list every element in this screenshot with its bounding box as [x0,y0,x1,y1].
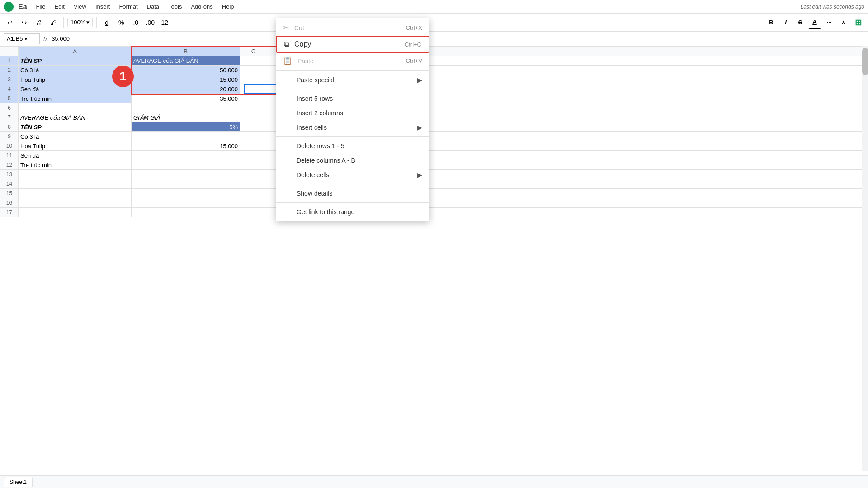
cell-extra [421,189,868,198]
cell-9-2[interactable] [240,132,267,141]
cell-5-2[interactable] [240,94,267,103]
cell-17-2[interactable] [240,208,267,217]
cell-ref-value: A1:B5 [7,35,23,42]
cell-2-2[interactable] [240,66,267,75]
underline-a-button[interactable]: A [808,16,821,29]
cell-6-0[interactable] [19,103,132,113]
format-decimal0-button[interactable]: .0 [129,16,142,29]
cell-6-2[interactable] [240,103,267,113]
cell-16-2[interactable] [240,198,267,208]
cell-10-0[interactable]: Hoa Tulip [19,141,132,151]
col-header-b[interactable]: B [132,47,240,56]
cell-7-2[interactable] [240,113,267,122]
cell-7-0[interactable]: AVERAGE của GIÁ BÁN [19,113,132,122]
cell-15-2[interactable] [240,189,267,198]
paint-format-button[interactable]: 🖌 [47,16,60,29]
menu-data[interactable]: Data [143,1,163,12]
cell-11-0[interactable]: Sen đá [19,151,132,160]
cell-17-0[interactable] [19,208,132,217]
cell-7-1[interactable]: GIẢM GIÁ [132,113,240,122]
context-menu-show-details[interactable]: Show details [276,186,429,201]
italic-button[interactable]: I [779,16,792,29]
print-button[interactable]: 🖨 [33,16,45,29]
context-menu-copy[interactable]: ⧉ Copy Ctrl+C [276,36,429,53]
cell-10-1[interactable]: 15.000 [132,141,240,151]
cell-15-0[interactable] [19,189,132,198]
cell-6-1[interactable] [132,103,240,113]
menu-edit[interactable]: Edit [51,1,68,12]
cell-ref-box[interactable]: A1:B5 ▾ [4,33,40,44]
cell-5-1[interactable]: 35.000 [132,94,240,103]
cell-1-2[interactable] [240,56,267,66]
context-menu-insert-cells[interactable]: Insert cells ▶ [276,120,429,135]
cell-13-2[interactable] [240,170,267,179]
format-decimal1-button[interactable]: .00 [144,16,156,29]
badge-1: 1 [112,66,134,87]
cell-5-0[interactable]: Tre trúc mini [19,94,132,103]
menu-view[interactable]: View [70,1,90,12]
cell-8-1[interactable]: 5% [132,122,240,132]
cell-13-1[interactable] [132,170,240,179]
cell-1-1[interactable]: AVERAGE của GIÁ BÁN [132,56,240,66]
menu-format[interactable]: Format [115,1,141,12]
cell-17-1[interactable] [132,208,240,217]
more-button[interactable]: ··· [823,16,835,29]
zoom-dropdown-icon: ▾ [86,19,90,26]
cell-4-0[interactable]: Sen đá [19,84,132,94]
scrollbar-vertical[interactable] [862,46,868,471]
context-menu-delete-rows[interactable]: Delete rows 1 - 5 [276,139,429,153]
cell-12-1[interactable] [132,160,240,170]
cell-3-1[interactable]: 15.000 [132,75,240,84]
cell-12-0[interactable]: Tre trúc mini [19,160,132,170]
cell-9-1[interactable] [132,132,240,141]
cell-4-2[interactable] [240,84,267,94]
cell-11-2[interactable] [240,151,267,160]
grid-view-button[interactable]: ⊞ [852,16,864,29]
cell-11-1[interactable] [132,151,240,160]
menu-addons[interactable]: Add-ons [187,1,216,12]
cell-extra [421,179,868,189]
strikethrough-button[interactable]: S [794,16,807,29]
cell-14-1[interactable] [132,179,240,189]
context-menu-get-link[interactable]: Get link to this range [276,205,429,219]
menu-insert[interactable]: Insert [92,1,114,12]
cell-8-2[interactable] [240,122,267,132]
scrollbar-thumb[interactable] [862,48,868,75]
cell-12-2[interactable] [240,160,267,170]
context-menu-insert-cols[interactable]: Insert 2 columns [276,106,429,120]
context-menu-insert-rows[interactable]: Insert 5 rows [276,91,429,106]
context-menu-paste-special[interactable]: Paste special ▶ [276,73,429,87]
cell-2-1[interactable]: 50.000 [132,66,240,75]
context-menu-delete-cols[interactable]: Delete columns A - B [276,153,429,168]
menu-tools[interactable]: Tools [165,1,185,12]
cell-13-0[interactable] [19,170,132,179]
context-menu-cut[interactable]: ✂ Cut Ctrl+X [276,20,429,36]
cell-extra [421,56,868,66]
cell-16-0[interactable] [19,198,132,208]
cell-15-1[interactable] [132,189,240,198]
cell-10-2[interactable] [240,141,267,151]
col-header-a[interactable]: A [19,47,132,56]
cell-14-2[interactable] [240,179,267,189]
redo-button[interactable]: ↪ [18,16,31,29]
bold-button[interactable]: B [765,16,778,29]
col-header-c[interactable]: C [240,47,267,56]
cell-1-0[interactable]: TÊN SP [19,56,132,66]
menu-file[interactable]: File [33,1,49,12]
context-menu-delete-cells[interactable]: Delete cells ▶ [276,168,429,182]
cell-16-1[interactable] [132,198,240,208]
cell-4-1[interactable]: 20.000 [132,84,240,94]
zoom-control[interactable]: 100% ▾ [67,18,93,27]
menu-help[interactable]: Help [218,1,238,12]
format-underline-button[interactable]: d [100,16,113,29]
format-percent-button[interactable]: % [115,16,127,29]
sheet-tab-1[interactable]: Sheet1 [4,477,33,487]
collapse-button[interactable]: ∧ [837,16,850,29]
undo-button[interactable]: ↩ [4,16,16,29]
cell-8-0[interactable]: TÊN SP [19,122,132,132]
cell-14-0[interactable] [19,179,132,189]
context-menu-paste[interactable]: 📋 Paste Ctrl+V [276,53,429,69]
cell-3-2[interactable] [240,75,267,84]
format-decimal2-button[interactable]: 12 [158,16,171,29]
cell-9-0[interactable]: Cò 3 lá [19,132,132,141]
